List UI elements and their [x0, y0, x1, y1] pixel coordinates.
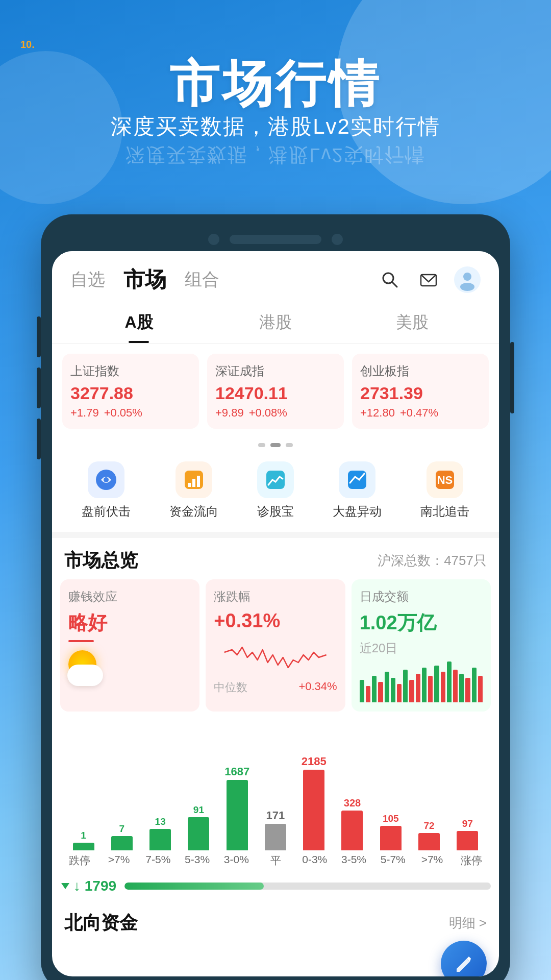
dist-bar-group-ditingz: 1	[64, 728, 103, 850]
fab-pen-icon	[453, 952, 475, 975]
index-name-shzs: 上证指数	[70, 363, 191, 379]
side-button-vol-up	[37, 316, 41, 357]
dist-bar-57	[380, 826, 402, 850]
dist-bar-group-03: 2185	[295, 728, 333, 850]
dist-label-2: 7-5%	[138, 853, 178, 868]
ov-card-money-effect[interactable]: 赚钱效应 略好	[60, 579, 199, 712]
dist-bar-group-53: 91	[180, 728, 218, 850]
divider-1	[52, 532, 499, 538]
index-card-szcz[interactable]: 深证成指 12470.11 +9.89 +0.08%	[207, 354, 344, 429]
nanbei-label: 南北追击	[420, 503, 469, 520]
dist-label-8: 5-7%	[373, 853, 413, 868]
daipan-label: 大盘异动	[333, 503, 382, 520]
phone-mockup: 自选 市场 组合	[41, 214, 510, 980]
dist-bars-container: 1 7 13 91 16	[60, 728, 491, 850]
index-value-szcz: 12470.11	[215, 383, 336, 403]
tab-us-stock[interactable]: 美股	[344, 302, 481, 343]
fab-spacer	[52, 946, 499, 976]
dist-val-57: 105	[383, 813, 399, 824]
index-card-shzs[interactable]: 上证指数 3277.88 +1.79 +0.05%	[62, 354, 199, 429]
banner-subtitle: 深度买卖数据，港股Lv2实时行情	[0, 112, 551, 141]
svg-line-1	[392, 282, 397, 287]
weather-icon	[68, 650, 191, 686]
tool-panqian[interactable]: 盘前伏击	[82, 461, 131, 520]
tool-zhengubao[interactable]: 诊股宝	[257, 461, 294, 520]
nav-items: 自选 市场 组合	[70, 265, 219, 294]
ov-card-rise-fall[interactable]: 涨跌幅 +0.31% 中位数 +0.34%	[206, 579, 345, 712]
dist-val-zitingz: 97	[462, 818, 473, 829]
tool-zijin[interactable]: 资金流向	[169, 461, 218, 520]
zijin-label: 资金流向	[169, 503, 218, 520]
dist-bar-03	[303, 770, 324, 850]
dist-label-0: 跌停	[60, 853, 99, 868]
dist-bar-group-75: 13	[141, 728, 180, 850]
tool-daipan[interactable]: 大盘异动	[333, 461, 382, 520]
index-card-cyb[interactable]: 创业板指 2731.39 +12.80 +0.47%	[352, 354, 489, 429]
north-link[interactable]: 明细 >	[449, 914, 487, 932]
search-icon[interactable]	[377, 266, 403, 293]
tab-a-stock[interactable]: A股	[70, 302, 207, 343]
dist-val-g7: 7	[119, 823, 125, 835]
dist-bar-group-zitingz: 97	[448, 728, 487, 850]
dist-val-75: 13	[155, 816, 166, 827]
dist-bar-zitingz	[457, 831, 478, 850]
index-change-szcz: +9.89 +0.08%	[215, 406, 336, 420]
panqian-label: 盘前伏击	[82, 503, 131, 520]
dot-1	[258, 443, 265, 447]
dist-bar-group-35: 328	[333, 728, 371, 850]
dist-label-3: 5-3%	[178, 853, 217, 868]
dist-val-53: 91	[193, 804, 204, 816]
money-effect-value: 略好	[68, 610, 191, 636]
down-number: ↓ 1799	[73, 878, 116, 894]
index-change1-shzs: +1.79	[70, 406, 99, 420]
nanbei-icon: NS	[427, 461, 463, 498]
quick-tools: 盘前伏击 资金流向	[52, 451, 499, 532]
dist-label-5: 平	[256, 853, 295, 868]
zhengubao-icon	[257, 461, 294, 498]
nav-item-zixuan[interactable]: 自选	[70, 268, 105, 291]
dist-section: 1 7 13 91 16	[52, 720, 499, 874]
dist-val-03: 2185	[302, 755, 327, 768]
volume-label: 日成交额	[360, 589, 483, 605]
dist-label-10: 涨停	[452, 853, 491, 868]
front-camera	[208, 234, 219, 245]
nav-item-zuhe[interactable]: 组合	[185, 268, 219, 291]
volume-desc: 近20日	[360, 640, 483, 656]
banner-subtitle-mirror: 深度买卖数据，港股Lv2实时行情	[0, 142, 551, 168]
fab-button[interactable]	[441, 941, 487, 976]
index-cards: 上证指数 3277.88 +1.79 +0.05% 深证成指 12470.11 …	[52, 344, 499, 439]
dist-bar-30	[227, 780, 248, 850]
dist-labels: 跌停 >7% 7-5% 5-3% 3-0% 平 0-3% 3-5% 5-7% >…	[60, 850, 491, 874]
ov-card-volume[interactable]: 日成交额 1.02万亿 近20日	[352, 579, 491, 712]
dist-label-9: >7%	[413, 853, 452, 868]
side-button-power	[510, 342, 514, 413]
avatar[interactable]	[454, 266, 481, 293]
bar-chart-20day	[360, 662, 483, 702]
phone-notch	[52, 230, 499, 251]
daipan-icon	[339, 461, 375, 498]
tab-hk-stock[interactable]: 港股	[207, 302, 344, 343]
rise-fall-value: +0.31%	[214, 610, 337, 632]
index-value-cyb: 2731.39	[360, 383, 481, 403]
index-name-cyb: 创业板指	[360, 363, 481, 379]
banner-title: 市场行情	[0, 51, 551, 118]
mini-line-chart	[214, 637, 337, 678]
dist-bar-g7	[111, 836, 133, 850]
svg-point-7	[104, 477, 109, 482]
index-name-szcz: 深证成指	[215, 363, 336, 379]
mail-icon[interactable]	[415, 266, 442, 293]
index-value-shzs: 3277.88	[70, 383, 191, 403]
banner-area: 10. 市场行情 深度买卖数据，港股Lv2实时行情 深度买卖数据，港股Lv2实时…	[0, 0, 551, 214]
volume-value: 1.02万亿	[360, 610, 483, 636]
stock-tabs: A股 港股 美股	[52, 302, 499, 344]
dist-bar-r7	[418, 833, 440, 850]
index-change2-szcz: +0.08%	[249, 406, 287, 420]
app-logo: 10.	[20, 15, 35, 56]
side-button-silent	[37, 419, 41, 459]
index-change2-shzs: +0.05%	[104, 406, 142, 420]
tool-nanbei[interactable]: NS 南北追击	[420, 461, 469, 520]
nav-item-shichang[interactable]: 市场	[123, 265, 166, 294]
dist-bar-group-g7: 7	[103, 728, 141, 850]
side-button-vol-down	[37, 368, 41, 408]
dist-label-7: 3-5%	[334, 853, 373, 868]
